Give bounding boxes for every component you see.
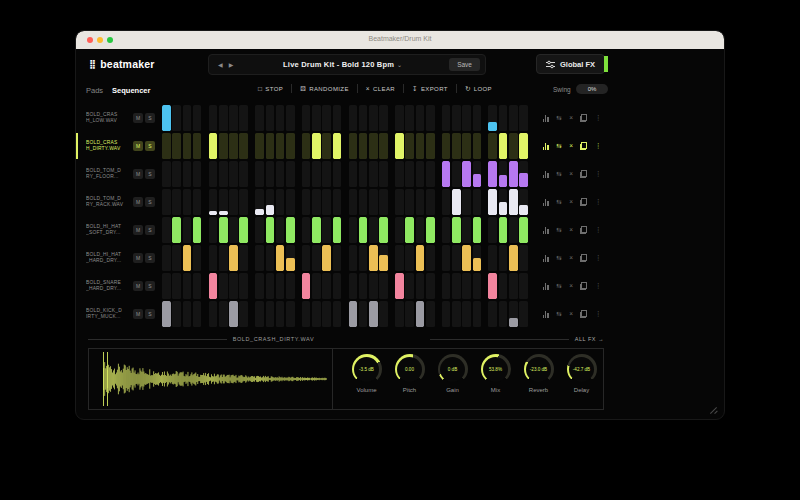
step-cell[interactable] [442, 245, 451, 271]
step-cell[interactable] [349, 161, 358, 187]
step-cell[interactable] [405, 105, 414, 131]
step-cell[interactable] [286, 161, 295, 187]
track-name[interactable]: BOLD_KICK_DIRTY_MUCK... [86, 308, 133, 320]
tab-sequencer[interactable]: Sequencer [112, 86, 150, 95]
step-cell[interactable] [473, 273, 482, 299]
step-cell[interactable] [322, 245, 331, 271]
step-cell[interactable] [162, 217, 171, 243]
step-cell[interactable] [426, 245, 435, 271]
step-cell[interactable] [239, 189, 248, 215]
step-cell[interactable] [219, 301, 228, 327]
step-cell[interactable] [359, 189, 368, 215]
step-cell[interactable] [239, 245, 248, 271]
step-cell[interactable] [379, 161, 388, 187]
velocity-icon[interactable] [543, 171, 549, 178]
duplicate-icon[interactable] [580, 198, 587, 206]
step-cell[interactable] [395, 301, 404, 327]
step-cell[interactable] [473, 217, 482, 243]
step-cell[interactable] [442, 105, 451, 131]
step-cell[interactable] [172, 189, 181, 215]
shuffle-icon[interactable]: ⇆ [556, 311, 561, 317]
step-cell[interactable] [462, 105, 471, 131]
step-cell[interactable] [255, 273, 264, 299]
step-cell[interactable] [162, 105, 171, 131]
resize-handle[interactable] [710, 407, 717, 414]
velocity-icon[interactable] [543, 283, 549, 290]
step-cell[interactable] [219, 161, 228, 187]
shuffle-icon[interactable]: ⇆ [556, 115, 561, 121]
step-cell[interactable] [473, 133, 482, 159]
shuffle-icon[interactable]: ⇆ [556, 227, 561, 233]
step-cell[interactable] [239, 273, 248, 299]
mix-knob[interactable]: 53.8% [481, 354, 511, 384]
step-cell[interactable] [312, 189, 321, 215]
step-cell[interactable] [162, 273, 171, 299]
clear-button[interactable]: ×CLEAR [364, 85, 397, 92]
step-cell[interactable] [499, 273, 508, 299]
step-cell[interactable] [266, 105, 275, 131]
velocity-icon[interactable] [543, 311, 549, 318]
step-cell[interactable] [255, 161, 264, 187]
shuffle-icon[interactable]: ⇆ [556, 171, 561, 177]
step-cell[interactable] [312, 273, 321, 299]
step-cell[interactable] [183, 161, 192, 187]
step-cell[interactable] [426, 273, 435, 299]
step-cell[interactable] [519, 133, 528, 159]
step-cell[interactable] [172, 105, 181, 131]
step-cell[interactable] [488, 161, 497, 187]
track-name[interactable]: BOLD_HI_HAT_HARD_DRY... [86, 252, 133, 264]
step-cell[interactable] [519, 245, 528, 271]
step-cell[interactable] [405, 273, 414, 299]
step-cell[interactable] [359, 161, 368, 187]
step-cell[interactable] [462, 161, 471, 187]
mute-button[interactable]: M [133, 141, 143, 151]
duplicate-icon[interactable] [580, 310, 587, 318]
clear-row-icon[interactable]: × [569, 311, 573, 317]
step-cell[interactable] [266, 133, 275, 159]
step-cell[interactable] [209, 133, 218, 159]
step-cell[interactable] [172, 245, 181, 271]
row-menu-icon[interactable]: ⋮ [595, 311, 602, 317]
volume-knob[interactable]: -3.5 dB [352, 354, 382, 384]
step-cell[interactable] [499, 217, 508, 243]
step-cell[interactable] [209, 273, 218, 299]
step-cell[interactable] [359, 273, 368, 299]
step-cell[interactable] [209, 161, 218, 187]
step-cell[interactable] [302, 273, 311, 299]
step-cell[interactable] [379, 301, 388, 327]
step-cell[interactable] [509, 245, 518, 271]
step-cell[interactable] [193, 273, 202, 299]
mute-button[interactable]: M [133, 253, 143, 263]
step-cell[interactable] [442, 133, 451, 159]
step-cell[interactable] [473, 301, 482, 327]
step-cell[interactable] [416, 301, 425, 327]
step-cell[interactable] [312, 161, 321, 187]
step-cell[interactable] [312, 217, 321, 243]
step-cell[interactable] [349, 217, 358, 243]
clear-row-icon[interactable]: × [569, 227, 573, 233]
step-cell[interactable] [442, 301, 451, 327]
step-cell[interactable] [488, 105, 497, 131]
row-menu-icon[interactable]: ⋮ [595, 199, 602, 205]
next-preset-button[interactable]: ▶ [226, 61, 237, 68]
step-cell[interactable] [499, 301, 508, 327]
step-cell[interactable] [452, 105, 461, 131]
step-cell[interactable] [395, 105, 404, 131]
waveform-display[interactable] [89, 349, 333, 409]
solo-button[interactable]: S [145, 113, 155, 123]
step-cell[interactable] [349, 133, 358, 159]
step-cell[interactable] [488, 273, 497, 299]
step-cell[interactable] [426, 161, 435, 187]
step-cell[interactable] [276, 133, 285, 159]
solo-button[interactable]: S [145, 253, 155, 263]
step-cell[interactable] [369, 133, 378, 159]
step-cell[interactable] [219, 105, 228, 131]
step-cell[interactable] [509, 189, 518, 215]
step-cell[interactable] [266, 189, 275, 215]
step-cell[interactable] [519, 161, 528, 187]
step-cell[interactable] [442, 273, 451, 299]
step-cell[interactable] [452, 217, 461, 243]
velocity-icon[interactable] [543, 227, 549, 234]
step-cell[interactable] [473, 105, 482, 131]
step-cell[interactable] [333, 301, 342, 327]
